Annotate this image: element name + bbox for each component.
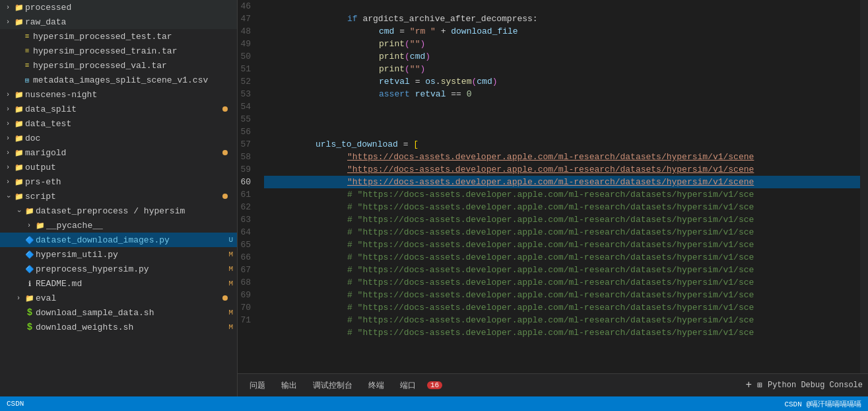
minimap xyxy=(860,0,868,373)
folder-icon: 📁 xyxy=(13,18,25,26)
line-num-58: 58 xyxy=(238,151,256,163)
sidebar-item-prs-eth[interactable]: › 📁 prs-eth xyxy=(0,174,237,189)
sidebar-item-tar2[interactable]: ≡ hypersim_processed_train.tar xyxy=(0,44,237,58)
csv-icon: ⊞ xyxy=(21,76,33,85)
py-icon: 🔷 xyxy=(24,250,36,259)
bottom-split-icon[interactable]: ⊞ xyxy=(757,380,762,391)
line-num-53: 53 xyxy=(238,88,256,100)
sh-icon: $ xyxy=(24,307,36,318)
line-num-49: 49 xyxy=(238,38,256,50)
arrow-icon: › xyxy=(3,178,13,186)
line-num-59: 59 xyxy=(238,163,256,176)
item-label: __pycache__ xyxy=(46,221,237,231)
item-label: hypersim_processed_test.tar xyxy=(33,32,237,42)
folder-icon: 📁 xyxy=(13,91,25,99)
item-label: data_test xyxy=(25,119,237,129)
sidebar-item-dataset-preprocess[interactable]: › 📁 dataset_preprocess / hypersim xyxy=(0,204,237,218)
error-badge: 16 xyxy=(427,381,442,389)
status-user: CSDN @嗝汗嗝嗝嗝嗝嗝 xyxy=(784,399,861,409)
item-label: hypersim_processed_train.tar xyxy=(33,46,237,56)
sidebar-item-marigold[interactable]: › 📁 marigold xyxy=(0,145,237,160)
bottom-panel-tabs: 问题 输出 调试控制台 终端 端口 16 + ⊞ Python Debug Co… xyxy=(238,373,868,396)
sidebar-item-data-split[interactable]: › 📁 data_split xyxy=(0,102,237,116)
arrow-icon: › xyxy=(3,91,13,98)
bottom-console-label: Python Debug Console xyxy=(768,381,863,390)
arrow-expanded-icon: › xyxy=(15,205,22,216)
sidebar-item-tar1[interactable]: ≡ hypersim_processed_test.tar xyxy=(0,29,237,44)
line-num-48: 48 xyxy=(238,25,256,38)
sidebar-item-download-sample[interactable]: $ download_sample_data.sh M xyxy=(0,305,237,320)
sidebar-item-script[interactable]: › 📁 script xyxy=(0,189,237,204)
item-label: marigold xyxy=(25,148,222,158)
item-label: README.md xyxy=(36,279,228,289)
item-label: prs-eth xyxy=(25,177,237,187)
git-badge: M xyxy=(228,280,233,287)
sidebar-item-nuscenes[interactable]: › 📁 nuscenes-night xyxy=(0,87,237,102)
sidebar-item-readme[interactable]: ℹ README.md M xyxy=(0,276,237,291)
item-label: data_split xyxy=(25,104,222,114)
line-num-65: 65 xyxy=(238,239,256,251)
git-badge: M xyxy=(228,265,233,273)
folder-icon: 📁 xyxy=(34,221,46,230)
arrow-icon: › xyxy=(3,120,13,128)
line-num-47: 47 xyxy=(238,13,256,25)
sidebar-item-dataset-download[interactable]: 🔷 dataset_download_images.py U xyxy=(0,233,237,247)
sidebar-item-preprocess-hypersim[interactable]: 🔷 preprocess_hypersim.py M xyxy=(0,262,237,276)
item-label: script xyxy=(25,192,222,202)
tab-terminal[interactable]: 终端 xyxy=(362,377,391,394)
code-line-55 xyxy=(264,113,860,126)
item-label: download_sample_data.sh xyxy=(36,308,228,318)
item-label: raw_data xyxy=(25,17,237,27)
sidebar-item-pycache[interactable]: › 📁 __pycache__ xyxy=(0,218,237,233)
folder-icon: 📁 xyxy=(24,294,36,303)
sidebar-item-csv[interactable]: ⊞ metadata_images_split_scene_v1.csv xyxy=(0,73,237,87)
tab-debug-console[interactable]: 调试控制台 xyxy=(306,377,359,394)
arrow-expanded-icon: › xyxy=(5,191,12,202)
py-icon: 🔷 xyxy=(24,236,36,244)
sidebar-item-raw-data[interactable]: › 📁 raw_data xyxy=(0,15,237,29)
line-num-55: 55 xyxy=(238,113,256,126)
md-icon: ℹ xyxy=(24,280,36,288)
git-badge: U xyxy=(228,236,233,244)
main-container: › 📁 processed › 📁 raw_data ≡ hypersim_pr… xyxy=(0,0,868,396)
modified-dot-badge xyxy=(222,295,228,301)
tab-output[interactable]: 输出 xyxy=(275,377,304,394)
tab-ports[interactable]: 端口 xyxy=(393,377,422,394)
folder-icon: 📁 xyxy=(13,134,25,143)
file-explorer-sidebar[interactable]: › 📁 processed › 📁 raw_data ≡ hypersim_pr… xyxy=(0,0,238,396)
sidebar-item-hypersim-util[interactable]: 🔷 hypersim_util.py M xyxy=(0,247,237,262)
line-num-50: 50 xyxy=(238,50,256,63)
tab-problems[interactable]: 问题 xyxy=(243,377,272,394)
arrow-icon: › xyxy=(13,295,24,302)
sidebar-item-output[interactable]: › 📁 output xyxy=(0,160,237,174)
line-num-67: 67 xyxy=(238,264,256,276)
arrow-icon: › xyxy=(3,164,13,171)
line-num-46: 46 xyxy=(238,0,256,13)
line-num-57: 57 xyxy=(238,138,256,151)
folder-icon: 📁 xyxy=(13,149,25,157)
bottom-add-icon[interactable]: + xyxy=(746,379,752,391)
item-label: hypersim_processed_val.tar xyxy=(33,61,237,71)
folder-icon: 📁 xyxy=(24,207,36,215)
sidebar-item-processed[interactable]: › 📁 processed xyxy=(0,0,237,15)
code-line-46: if argdicts_archive_after_decompress: xyxy=(264,0,860,13)
sidebar-item-doc[interactable]: › 📁 doc xyxy=(0,131,237,145)
code-editor: 46 47 48 49 50 51 52 53 54 55 56 57 58 5… xyxy=(238,0,868,396)
folder-icon: 📁 xyxy=(13,163,25,172)
modified-dot-badge xyxy=(222,194,228,199)
sidebar-item-download-weights[interactable]: $ download_weights.sh M xyxy=(0,320,237,334)
line-num-62: 62 xyxy=(238,201,256,213)
git-badge: M xyxy=(228,309,233,317)
line-num-61: 61 xyxy=(238,188,256,201)
status-left: CSDN xyxy=(7,400,24,408)
status-right-area: CSDN @嗝汗嗝嗝嗝嗝嗝 xyxy=(784,399,861,409)
sidebar-item-data-test[interactable]: › 📁 data_test xyxy=(0,116,237,131)
git-badge: M xyxy=(228,250,233,258)
line-num-56: 56 xyxy=(238,126,256,138)
code-scroll-area[interactable]: 46 47 48 49 50 51 52 53 54 55 56 57 58 5… xyxy=(238,0,868,373)
sidebar-item-tar3[interactable]: ≡ hypersim_processed_val.tar xyxy=(0,58,237,73)
line-numbers: 46 47 48 49 50 51 52 53 54 55 56 57 58 5… xyxy=(238,0,264,373)
item-label: preprocess_hypersim.py xyxy=(36,264,228,274)
sidebar-item-eval[interactable]: › 📁 eval xyxy=(0,291,237,305)
item-label: nuscenes-night xyxy=(25,90,237,100)
